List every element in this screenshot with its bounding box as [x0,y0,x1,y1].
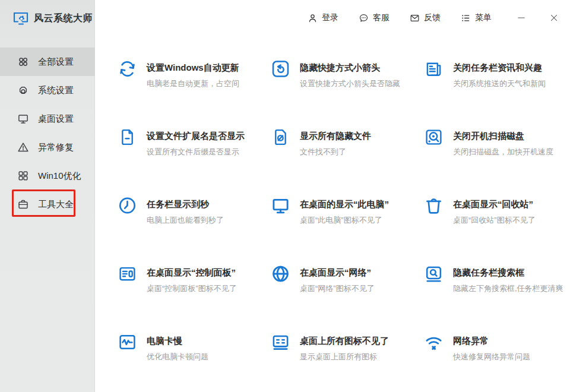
settings-card-show-recycle-bin[interactable]: 在桌面显示“回收站” 桌面“回收站”图标不见了 [423,195,570,263]
chat-bubble-icon [358,12,369,24]
close-button[interactable] [547,11,560,24]
list-menu-icon [460,12,471,24]
clock-icon [117,195,138,216]
card-title: 在桌面显示“控制面板” [147,267,237,279]
card-title: 电脑卡慢 [147,335,208,347]
settings-card-desktop-icons-missing[interactable]: 桌面上所有图标不见了 显示桌面上面所有图标 [270,331,423,392]
card-subtitle: 电脑上面也能看到秒了 [147,215,224,225]
settings-card-close-taskbar-news[interactable]: 关闭任务栏资讯和兴趣 关闭系统推送的天气和新闻 [423,58,570,127]
settings-card-windows-auto-update[interactable]: 设置Windows自动更新 电脑老是自动更新，占空间 [117,58,270,127]
card-subtitle: 桌面“此电脑”图标不见了 [300,215,389,225]
card-subtitle: 文件找不到了 [300,147,371,157]
settings-card-disable-boot-disk-scan[interactable]: 关闭开机扫描磁盘 关闭扫描磁盘，加快开机速度 [423,127,570,195]
sidebar-item-label: 全部设置 [38,56,74,68]
apps-grid-icon [17,55,30,68]
card-subtitle: 桌面“回收站”图标不见了 [453,215,536,225]
card-title: 网络异常 [453,335,530,347]
card-subtitle: 设置所有文件后缀是否显示 [147,147,245,157]
feedback-button[interactable]: 反馈 [409,12,441,24]
card-title: 在桌面显示“回收站” [453,198,536,210]
sync-arrows-icon [117,58,138,79]
settings-card-file-extension-display[interactable]: 设置文件扩展名是否显示 设置所有文件后缀是否显示 [117,127,270,195]
monitor-icon [17,112,30,125]
sidebar-item-win10-optimize[interactable]: Win10优化 [0,162,95,190]
sidebar: 风云系统大师 全部设置 系统设置 桌面设置 异常修复 Win10优化 工具大全 [0,0,95,392]
newspaper-icon [423,58,444,79]
control-panel-icon [117,263,138,284]
sidebar-item-all-settings[interactable]: 全部设置 [0,48,95,76]
feedback-label: 反馈 [424,12,441,23]
card-subtitle: 隐藏左下角搜索框,任务栏更清爽 [453,283,563,293]
titlebar-actions: 登录 客服 反馈 菜单 [307,8,560,27]
warning-triangle-icon [17,141,30,154]
settings-card-hide-shortcut-arrow[interactable]: 隐藏快捷方式小箭头 设置快捷方式小箭头是否隐藏 [270,58,423,127]
file-dash-icon [117,127,138,147]
card-subtitle: 电脑老是自动更新，占空间 [147,78,239,88]
card-subtitle: 关闭系统推送的天气和新闻 [453,78,546,88]
wifi-error-icon [423,331,444,352]
shortcut-arrow-icon [270,58,291,79]
card-subtitle: 桌面“控制面板”图标不见了 [147,283,237,293]
sidebar-item-label: Win10优化 [38,170,81,182]
card-subtitle: 快速修复网络异常问题 [453,352,530,362]
settings-card-show-control-panel[interactable]: 在桌面显示“控制面板” 桌面“控制面板”图标不见了 [117,263,270,331]
globe-icon [270,263,291,284]
envelope-icon [409,12,420,24]
login-button[interactable]: 登录 [307,12,338,24]
card-subtitle: 关闭扫描磁盘，加快开机速度 [453,147,553,157]
sidebar-item-label: 异常修复 [38,142,74,153]
login-label: 登录 [322,12,338,23]
sidebar-item-label: 工具大全 [38,199,74,210]
card-title: 隐藏快捷方式小箭头 [300,62,400,74]
card-subtitle: 设置快捷方式小箭头是否隐藏 [300,78,400,88]
search-box-icon [423,263,444,284]
sidebar-item-error-repair[interactable]: 异常修复 [0,133,95,162]
sidebar-nav: 全部设置 系统设置 桌面设置 异常修复 Win10优化 工具大全 [0,48,95,219]
sidebar-item-tools-collection[interactable]: 工具大全 [0,190,95,219]
toolbox-icon [17,198,30,211]
desktop-icons-icon [270,331,291,352]
card-subtitle: 优化电脑卡顿问题 [147,352,208,362]
card-subtitle: 桌面“网络”图标不见了 [300,283,375,293]
card-title: 显示所有隐藏文件 [300,130,371,142]
card-title: 设置文件扩展名是否显示 [147,130,245,142]
computer-monitor-icon [270,195,291,216]
pulse-monitor-icon [117,331,138,352]
card-title: 隐藏任务栏搜索框 [453,267,563,279]
card-title: 任务栏显示到秒 [147,198,224,210]
sidebar-item-label: 系统设置 [38,85,74,96]
win-squares-icon [17,169,30,182]
sidebar-item-system-settings[interactable]: 系统设置 [0,76,95,105]
settings-card-show-hidden-files[interactable]: 显示所有隐藏文件 文件找不到了 [270,127,423,195]
settings-grid: 设置Windows自动更新 电脑老是自动更新，占空间 隐藏快捷方式小箭头 设置快… [117,58,570,392]
person-icon [307,12,318,24]
card-title: 在桌面的显示“此电脑” [300,198,389,210]
card-title: 设置Windows自动更新 [147,62,239,74]
minimize-button[interactable] [515,11,528,24]
menu-label: 菜单 [475,12,492,23]
sidebar-item-label: 桌面设置 [38,113,74,125]
card-title: 桌面上所有图标不见了 [300,335,389,347]
hidden-file-icon [270,127,291,147]
card-title: 在桌面显示“网络” [300,267,375,279]
customer-service-label: 客服 [373,12,390,23]
sidebar-item-desktop-settings[interactable]: 桌面设置 [0,105,95,133]
card-title: 关闭任务栏资讯和兴趣 [453,62,546,74]
trash-icon [423,195,444,216]
settings-card-network-error[interactable]: 网络异常 快速修复网络异常问题 [423,331,570,392]
minimize-icon [516,12,527,23]
card-title: 关闭开机扫描磁盘 [453,130,553,142]
settings-card-show-network[interactable]: 在桌面显示“网络” 桌面“网络”图标不见了 [270,263,423,331]
disk-scan-icon [423,127,444,147]
settings-card-hide-taskbar-search[interactable]: 隐藏任务栏搜索框 隐藏左下角搜索框,任务栏更清爽 [423,263,570,331]
settings-card-show-this-pc[interactable]: 在桌面的显示“此电脑” 桌面“此电脑”图标不见了 [270,195,423,263]
menu-button[interactable]: 菜单 [460,12,492,24]
monitor-gear-logo-icon [12,10,30,27]
app-logo: 风云系统大师 [12,10,93,27]
customer-service-button[interactable]: 客服 [358,12,390,24]
card-subtitle: 显示桌面上面所有图标 [300,352,389,362]
gear-icon [17,84,30,97]
settings-card-pc-slow[interactable]: 电脑卡慢 优化电脑卡顿问题 [117,331,270,392]
settings-card-taskbar-show-seconds[interactable]: 任务栏显示到秒 电脑上面也能看到秒了 [117,195,270,263]
app-title: 风云系统大师 [34,12,93,25]
